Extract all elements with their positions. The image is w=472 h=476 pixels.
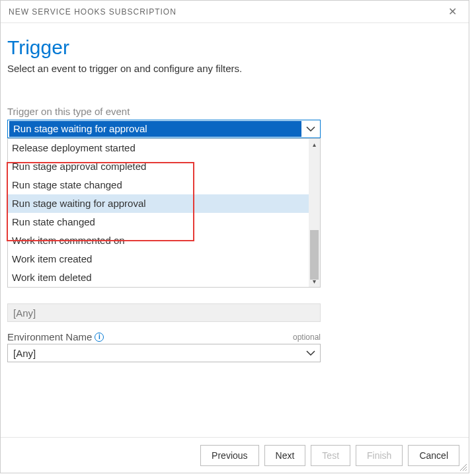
scroll-up-icon[interactable]: ▴ [309,139,320,150]
trigger-option[interactable]: Run stage waiting for approval [8,194,309,213]
dialog-title: NEW SERVICE HOOKS SUBSCRIPTION [9,7,177,17]
footer: Previous Next Test Finish Cancel [1,437,469,473]
trigger-option[interactable]: Run state changed [8,213,309,231]
close-icon: ✕ [448,6,457,17]
finish-button: Finish [356,445,403,466]
chevron-down-icon [301,350,320,356]
disabled-filter-text: [Any] [8,307,320,319]
svg-line-2 [465,469,467,471]
close-button[interactable]: ✕ [444,5,461,19]
environment-value: [Any] [8,348,301,359]
dialog: NEW SERVICE HOOKS SUBSCRIPTION ✕ Trigger… [0,0,469,473]
optional-label: optional [293,333,321,342]
content: Trigger Select an event to trigger on an… [1,23,469,362]
trigger-option[interactable]: Work item commented on [8,231,309,250]
page-title: Trigger [7,36,450,59]
chevron-down-icon [301,126,320,132]
scrollbar[interactable]: ▴ ▾ [309,139,320,287]
trigger-option[interactable]: Work item created [8,250,309,268]
disabled-filter-select: [Any] [7,303,321,322]
next-button[interactable]: Next [264,445,306,466]
environment-field: Environment Name i optional [Any] [7,331,450,362]
resize-grip-icon[interactable] [458,462,467,471]
trigger-option[interactable]: Run stage approval completed [8,157,309,176]
previous-button[interactable]: Previous [200,445,258,466]
page-subtitle: Select an event to trigger on and config… [7,63,450,74]
trigger-options: Release deployment started Run stage app… [8,139,309,287]
pipeline-field: [Any] [7,303,450,322]
trigger-field: Trigger on this type of event Run stage … [7,106,450,138]
environment-select[interactable]: [Any] [7,344,321,362]
test-button: Test [311,445,350,466]
environment-label: Environment Name [7,331,92,342]
cancel-button[interactable]: Cancel [408,445,459,466]
trigger-dropdown: Release deployment started Run stage app… [7,138,321,288]
trigger-select[interactable]: Run stage waiting for approval Release d… [7,120,321,138]
trigger-option[interactable]: Release deployment started [8,139,309,157]
scrollbar-thumb[interactable] [310,230,319,280]
trigger-label: Trigger on this type of event [7,106,450,117]
trigger-selected-text: Run stage waiting for approval [9,121,301,137]
titlebar: NEW SERVICE HOOKS SUBSCRIPTION ✕ [1,1,469,23]
trigger-option[interactable]: Run stage state changed [8,176,309,194]
info-icon[interactable]: i [95,333,104,342]
scroll-down-icon[interactable]: ▾ [309,276,320,287]
filters-section: [Any] Environment Name i optional [Any] [7,303,450,362]
trigger-option[interactable]: Work item deleted [8,268,309,287]
